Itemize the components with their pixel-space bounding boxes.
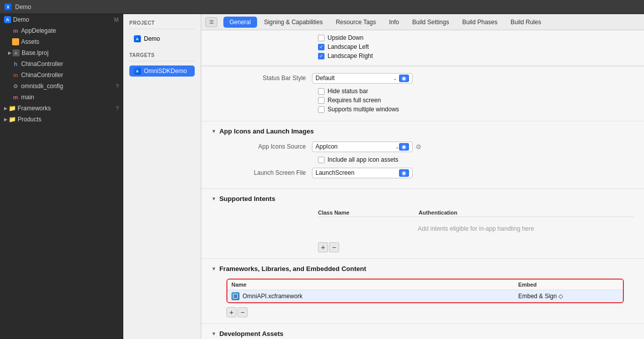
frameworks-table: Name Embed OmniAPI.xcframework Embed & S… (226, 279, 624, 303)
launch-screen-file-value: LaunchScreen (315, 169, 399, 176)
tabs-container: General Signing & Capabilities Resource … (223, 17, 547, 28)
landscape-right-checkbox[interactable] (318, 53, 325, 59)
fw-col-embed: Embed (518, 282, 619, 288)
sidebar-item-assets[interactable]: Assets (0, 36, 123, 47)
sidebar-item-products[interactable]: ▶ 📁 Products (0, 114, 123, 125)
app-icons-source-value: AppIcon (315, 143, 393, 150)
tab-resource-tags[interactable]: Resource Tags (330, 17, 382, 28)
app-icons-source-select[interactable]: AppIcon ⌄ ◉ (312, 142, 413, 152)
tab-signing[interactable]: Signing & Capabilities (258, 17, 329, 28)
development-assets-collapse-arrow[interactable]: ▼ (211, 331, 216, 336)
supports-multiple-windows-label: Supports multiple windows (328, 106, 399, 113)
requires-full-screen-checkbox[interactable] (318, 97, 325, 104)
sidebar-item-demo[interactable]: A Demo M (0, 14, 123, 25)
hide-status-bar-label: Hide status bar (328, 88, 368, 95)
framework-embed-control[interactable]: Embed & Sign ◇ (518, 293, 619, 300)
xcode-logo: X (5, 4, 12, 11)
project-item-demo[interactable]: A Demo (129, 33, 195, 44)
sidebar-label-omnisdk-config: omnisdk_config (21, 83, 114, 90)
select-expand-btn[interactable]: ◉ (399, 75, 409, 82)
demo-icon: A (4, 16, 11, 23)
frameworks-remove-button[interactable]: − (237, 307, 248, 317)
frameworks-add-button[interactable]: + (226, 307, 236, 317)
supported-intents-collapse-arrow[interactable]: ▼ (211, 196, 216, 201)
intents-col-auth: Authentication (419, 210, 457, 216)
sidebar-badge-omnisdk: ? (116, 83, 119, 89)
landscape-right-row: Landscape Right (318, 52, 634, 59)
target-icon: A (133, 67, 141, 75)
launch-screen-file-label: Launch Screen File (211, 169, 312, 176)
sidebar-badge-demo: M (114, 17, 119, 23)
sidebar-item-chinacontroller-m[interactable]: m ChinaController (0, 70, 123, 81)
tab-general[interactable]: General (223, 17, 257, 28)
app-icons-collapse-arrow[interactable]: ▼ (211, 128, 216, 134)
framework-icon (231, 292, 239, 300)
framework-embed-value: Embed & Sign ◇ (518, 293, 563, 300)
sidebar-label-base-lproj: Base.lproj (22, 49, 119, 56)
sidebar-toggle-button[interactable]: ☰ (205, 17, 217, 27)
intents-table-header: Class Name Authentication (318, 209, 634, 217)
omnisdk-icon: ⚙ (12, 83, 19, 90)
content-area: ☰ General Signing & Capabilities Resourc… (201, 14, 644, 339)
status-bar-style-row: Status Bar Style Default ⌄ ◉ (211, 73, 634, 84)
chinacontroller-h-icon: h (12, 60, 19, 67)
sidebar-label-frameworks: Frameworks (18, 105, 114, 112)
frameworks-collapse-arrow[interactable]: ▼ (211, 266, 216, 272)
app-icons-source-label: App Icons Source (211, 143, 312, 150)
supports-multiple-windows-row: Supports multiple windows (318, 106, 634, 113)
framework-row-omniapi[interactable]: OmniAPI.xcframework Embed & Sign ◇ (227, 290, 623, 302)
sidebar-item-main[interactable]: m main (0, 92, 123, 103)
sidebar-item-chinacontroller-h[interactable]: h ChinaController (0, 58, 123, 70)
appdelegate-icon: m (12, 27, 19, 34)
target-label-omnisdkdemo: OmniSDKDemo (144, 67, 187, 75)
intents-plus-minus-row: + − (318, 242, 634, 252)
window-title: Demo (15, 4, 31, 11)
launch-screen-file-select[interactable]: LaunchScreen ◉ (312, 168, 413, 178)
app-icons-gear-button[interactable]: ⚙ (415, 143, 423, 151)
tab-build-rules[interactable]: Build Rules (505, 17, 547, 28)
products-folder-icon: 📁 (9, 116, 16, 123)
status-bar-style-select[interactable]: Default ⌄ ◉ (312, 73, 413, 84)
landscape-right-label: Landscape Right (328, 52, 373, 59)
include-all-icons-checkbox[interactable] (318, 157, 325, 163)
tab-info[interactable]: Info (383, 17, 405, 28)
intents-remove-button[interactable]: − (329, 242, 339, 252)
lproj-icon: b (13, 49, 20, 56)
framework-name: OmniAPI.xcframework (243, 293, 518, 300)
sidebar-item-omnisdk-config[interactable]: ⚙ omnisdk_config ? (0, 81, 123, 92)
supports-multiple-windows-checkbox[interactable] (318, 106, 325, 113)
project-section: PROJECT A Demo (123, 14, 201, 46)
hide-status-bar-row: Hide status bar (318, 88, 634, 95)
sidebar-item-appdelegate[interactable]: m AppDelegate (0, 25, 123, 36)
title-bar: X Demo (0, 0, 644, 14)
sidebar-label-products: Products (18, 116, 119, 123)
status-bar-style-label: Status Bar Style (211, 75, 312, 82)
include-all-icons-label: Include all app icon assets (328, 156, 398, 163)
landscape-left-checkbox[interactable] (318, 44, 325, 50)
sidebar-label-main: main (21, 94, 119, 101)
app-icons-expand-btn[interactable]: ◉ (399, 143, 409, 151)
sidebar-item-base-lproj[interactable]: ▶ b Base.lproj (0, 47, 123, 58)
hide-status-bar-checkbox[interactable] (318, 88, 325, 95)
tab-build-phases[interactable]: Build Phases (456, 17, 504, 28)
intents-add-button[interactable]: + (318, 242, 328, 252)
upside-down-checkbox[interactable] (318, 35, 325, 41)
frameworks-folder-icon: 📁 (9, 105, 16, 112)
app-icons-select-arrow: ⌄ (395, 144, 399, 150)
launch-screen-expand-btn[interactable]: ◉ (399, 169, 409, 177)
file-navigator: A Demo M m AppDelegate Assets ▶ b Base.l… (0, 14, 123, 339)
sidebar-item-frameworks[interactable]: ▶ 📁 Frameworks ? (0, 103, 123, 114)
supported-intents-header: ▼ Supported Intents (211, 195, 634, 202)
divider-targets (129, 61, 195, 61)
disclosure-arrow-products: ▶ (4, 117, 8, 122)
project-icon: A (133, 35, 141, 43)
targets-section: TARGETS A OmniSDKDemo (123, 46, 201, 79)
xcode-target-icon: A (134, 67, 141, 75)
development-assets-section: ▼ Development Assets (201, 324, 644, 339)
target-item-omnisdkdemo[interactable]: A OmniSDKDemo (129, 65, 195, 77)
main-container: A Demo M m AppDelegate Assets ▶ b Base.l… (0, 14, 644, 339)
status-bar-style-value: Default (315, 75, 391, 82)
project-section-label: PROJECT (129, 20, 195, 26)
tab-build-settings[interactable]: Build Settings (406, 17, 455, 28)
frameworks-table-header: Name Embed (227, 280, 623, 290)
